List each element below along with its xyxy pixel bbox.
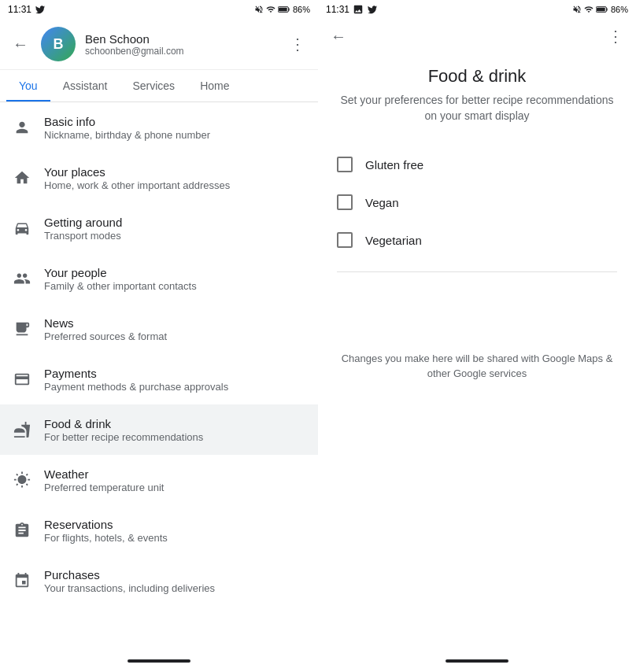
right-content: Food & drink Set your preferences for be…: [318, 54, 636, 338]
page-subtitle: Set your preferences for better recipe r…: [337, 93, 617, 124]
payment-icon: [13, 370, 31, 389]
bottom-indicator-left: [128, 659, 190, 663]
more-options-button[interactable]: ⋮: [290, 35, 305, 54]
checkbox-item-vegan[interactable]: Vegan: [337, 183, 617, 221]
basic-info-title: Basic info: [44, 115, 305, 128]
your-people-title: Your people: [44, 266, 305, 279]
right-time: 11:31: [326, 4, 349, 15]
getting-around-subtitle: Transport modes: [44, 230, 305, 242]
car-icon: [13, 219, 31, 238]
wifi-icon: [266, 5, 275, 14]
vegan-checkbox[interactable]: [337, 194, 353, 210]
left-time: 11:31: [8, 4, 31, 15]
svg-rect-5: [597, 8, 605, 12]
avatar[interactable]: B: [41, 27, 76, 61]
menu-item-weather[interactable]: Weather Preferred temperature unit: [0, 455, 318, 505]
right-battery: 86%: [611, 5, 628, 14]
menu-item-reservations[interactable]: Reservations For flights, hotels, & even…: [0, 505, 318, 556]
weather-title: Weather: [44, 467, 305, 481]
your-places-subtitle: Home, work & other important addresses: [44, 179, 305, 191]
menu-item-your-people[interactable]: Your people Family & other important con…: [0, 253, 318, 304]
food-drink-subtitle: For better recipe recommendations: [44, 431, 305, 443]
left-header: ← B Ben Schoon schoonben@gmail.com ⋮: [0, 19, 318, 70]
right-back-button[interactable]: ←: [331, 28, 346, 46]
left-battery: 86%: [293, 5, 310, 14]
vegetarian-checkbox[interactable]: [337, 232, 353, 248]
menu-item-basic-info[interactable]: Basic info Nickname, birthday & phone nu…: [0, 102, 318, 153]
svg-rect-4: [606, 8, 607, 10]
right-mute-icon: [572, 5, 582, 14]
user-name: Ben Schoon: [85, 32, 280, 46]
right-more-options-button[interactable]: ⋮: [608, 27, 623, 46]
tab-home[interactable]: Home: [187, 70, 242, 102]
footer-note: Changes you make here will be shared wit…: [318, 338, 636, 394]
news-subtitle: Preferred sources & format: [44, 330, 305, 342]
page-title: Food & drink: [337, 66, 617, 87]
tab-services[interactable]: Services: [120, 70, 187, 102]
tab-bar: You Assistant Services Home: [0, 70, 318, 102]
right-battery-icon: [596, 5, 608, 14]
right-status-bar: 11:31 86%: [318, 0, 636, 19]
home-icon: [13, 168, 31, 187]
your-places-title: Your places: [44, 165, 305, 179]
svg-rect-1: [288, 8, 289, 10]
content-divider: [337, 271, 617, 272]
tab-you[interactable]: You: [6, 70, 50, 102]
gluten-free-label: Gluten free: [365, 158, 423, 172]
food-icon: [13, 420, 31, 439]
menu-item-your-places[interactable]: Your places Home, work & other important…: [0, 153, 318, 203]
purchases-icon: [13, 571, 31, 590]
twitter-icon: [35, 4, 46, 15]
right-header: ← ⋮: [318, 19, 636, 54]
svg-rect-2: [279, 8, 287, 12]
bottom-indicator-right: [446, 659, 508, 663]
battery-icon: [278, 5, 290, 14]
back-button[interactable]: ←: [13, 35, 28, 54]
right-twitter-icon: [367, 4, 378, 15]
gluten-free-checkbox[interactable]: [337, 157, 353, 172]
basic-info-subtitle: Nickname, birthday & phone number: [44, 129, 305, 141]
your-people-subtitle: Family & other important contacts: [44, 280, 305, 292]
tab-assistant[interactable]: Assistant: [50, 70, 120, 102]
menu-item-purchases[interactable]: Purchases Your transactions, including d…: [0, 556, 318, 606]
vegetarian-label: Vegetarian: [365, 234, 422, 247]
menu-item-food-drink[interactable]: Food & drink For better recipe recommend…: [0, 404, 318, 455]
reservations-icon: [13, 521, 31, 540]
right-panel: 11:31 86% ← ⋮ Food & drink Set your pref…: [318, 0, 636, 672]
menu-item-getting-around[interactable]: Getting around Transport modes: [0, 203, 318, 253]
menu-list: Basic info Nickname, birthday & phone nu…: [0, 102, 318, 653]
weather-subtitle: Preferred temperature unit: [44, 482, 305, 493]
weather-icon: [13, 471, 31, 489]
getting-around-title: Getting around: [44, 216, 305, 229]
right-photo-icon: [353, 4, 364, 15]
news-title: News: [44, 316, 305, 330]
vegan-label: Vegan: [365, 196, 399, 209]
reservations-subtitle: For flights, hotels, & events: [44, 532, 305, 544]
left-status-bar: 11:31 86%: [0, 0, 318, 19]
payments-title: Payments: [44, 367, 305, 380]
right-wifi-icon: [584, 5, 593, 14]
left-panel: 11:31 86% ← B Ben Schoon schoonben@gmail…: [0, 0, 318, 672]
checkbox-item-gluten-free[interactable]: Gluten free: [337, 146, 617, 183]
checkbox-item-vegetarian[interactable]: Vegetarian: [337, 221, 617, 259]
user-email: schoonben@gmail.com: [85, 46, 280, 57]
purchases-subtitle: Your transactions, including deliveries: [44, 582, 305, 594]
news-icon: [13, 319, 31, 338]
person-icon: [13, 118, 31, 137]
people-icon: [13, 269, 31, 288]
mute-icon: [254, 5, 264, 14]
payments-subtitle: Payment methods & purchase approvals: [44, 381, 305, 393]
menu-item-news[interactable]: News Preferred sources & format: [0, 304, 318, 354]
food-drink-title: Food & drink: [44, 417, 305, 430]
menu-item-payments[interactable]: Payments Payment methods & purchase appr…: [0, 354, 318, 404]
reservations-title: Reservations: [44, 518, 305, 531]
purchases-title: Purchases: [44, 568, 305, 582]
